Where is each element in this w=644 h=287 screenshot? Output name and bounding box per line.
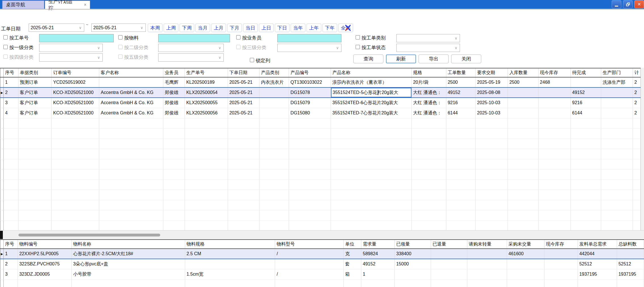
column-header-8[interactable]: 已退量 bbox=[431, 240, 467, 249]
cell[interactable]: KCO-XD250521000 bbox=[52, 108, 99, 118]
cell[interactable]: 客户订单 bbox=[18, 98, 52, 108]
empty-cell[interactable] bbox=[3, 179, 18, 190]
quick-link-下年[interactable]: 下年 bbox=[322, 24, 337, 32]
empty-cell[interactable] bbox=[3, 169, 18, 179]
empty-cell[interactable] bbox=[289, 159, 331, 169]
cell[interactable]: 2 bbox=[633, 98, 640, 108]
salesman-input[interactable] bbox=[277, 34, 341, 42]
empty-cell[interactable] bbox=[259, 190, 289, 200]
chevron-down-icon[interactable]: ∨ bbox=[217, 55, 222, 60]
filter-label[interactable]: 按工单状态 bbox=[362, 44, 386, 51]
column-header-6[interactable]: 需求量 bbox=[361, 240, 395, 249]
empty-cell[interactable] bbox=[163, 159, 185, 169]
cell[interactable]: KLX202500056 bbox=[185, 108, 228, 118]
cell[interactable] bbox=[601, 108, 633, 118]
cell[interactable] bbox=[508, 87, 539, 98]
empty-cell[interactable] bbox=[601, 159, 633, 169]
empty-cell[interactable] bbox=[446, 210, 476, 220]
empty-cell[interactable] bbox=[289, 139, 331, 149]
checkbox-by-salesman[interactable] bbox=[236, 35, 240, 39]
empty-cell[interactable] bbox=[185, 149, 228, 159]
quick-link-下周[interactable]: 下周 bbox=[180, 24, 194, 32]
empty-cell[interactable] bbox=[633, 159, 640, 169]
quick-link-当年[interactable]: 当年 bbox=[291, 24, 305, 32]
column-header-3[interactable]: 客户名称 bbox=[99, 68, 163, 77]
empty-cell[interactable] bbox=[633, 179, 640, 190]
empty-cell[interactable] bbox=[476, 200, 508, 210]
empty-cell[interactable] bbox=[163, 169, 185, 179]
empty-cell[interactable] bbox=[18, 139, 52, 149]
cell[interactable]: 338400 bbox=[395, 249, 431, 259]
cell[interactable]: KCO-XD250521000 bbox=[52, 87, 99, 98]
cell[interactable]: 9216 bbox=[446, 98, 476, 108]
cell[interactable] bbox=[571, 77, 601, 87]
empty-cell[interactable] bbox=[446, 128, 476, 139]
cell[interactable]: QT1300103022 bbox=[289, 77, 331, 87]
quick-link-上周[interactable]: 上周 bbox=[164, 24, 178, 32]
chevron-down-icon[interactable]: ∨ bbox=[78, 25, 83, 30]
close-page-button[interactable]: 关闭 bbox=[451, 55, 481, 63]
empty-cell[interactable] bbox=[185, 139, 228, 149]
empty-cell[interactable] bbox=[431, 279, 467, 287]
material-input[interactable] bbox=[158, 34, 230, 42]
cell[interactable]: 2.5 CM bbox=[185, 249, 275, 259]
empty-cell[interactable] bbox=[633, 210, 640, 220]
empty-cell[interactable] bbox=[185, 159, 228, 169]
empty-cell[interactable] bbox=[446, 159, 476, 169]
empty-cell[interactable] bbox=[289, 200, 331, 210]
empty-cell[interactable] bbox=[52, 190, 99, 200]
empty-cell[interactable] bbox=[571, 190, 601, 200]
cell[interactable]: 大红 潘通色： bbox=[411, 87, 446, 98]
empty-cell[interactable] bbox=[476, 128, 508, 139]
cell[interactable]: 589824 bbox=[361, 249, 395, 259]
cell[interactable] bbox=[185, 259, 275, 269]
empty-cell[interactable] bbox=[259, 118, 289, 128]
empty-cell[interactable] bbox=[507, 279, 544, 287]
empty-cell[interactable] bbox=[633, 128, 640, 139]
empty-cell[interactable] bbox=[508, 149, 539, 159]
cell[interactable]: 毛鹰辉 bbox=[163, 77, 185, 87]
column-header-11[interactable]: 工单数量 bbox=[446, 68, 476, 77]
cell[interactable]: 3551524TED-7心形花片20g装大 bbox=[331, 108, 412, 118]
chevron-down-icon[interactable]: ∨ bbox=[96, 45, 101, 51]
cell[interactable] bbox=[507, 269, 544, 279]
cell[interactable] bbox=[538, 108, 571, 118]
filter-label[interactable]: 按工单号 bbox=[9, 35, 29, 41]
empty-cell[interactable] bbox=[52, 139, 99, 149]
column-header-4[interactable]: 物料型号 bbox=[275, 240, 344, 249]
cell[interactable]: 2468 bbox=[538, 77, 571, 87]
cell[interactable]: 2500 bbox=[446, 77, 476, 87]
cell[interactable]: 洗涤生产部 bbox=[601, 77, 633, 87]
empty-cell[interactable] bbox=[289, 128, 331, 139]
category-4-select[interactable]: ∨ bbox=[39, 53, 103, 62]
empty-cell[interactable] bbox=[571, 200, 601, 210]
quick-link-下日[interactable]: 下日 bbox=[275, 24, 290, 32]
empty-cell[interactable] bbox=[571, 210, 601, 220]
category-1-select[interactable]: ∨ bbox=[39, 44, 103, 52]
cell[interactable]: Accentra GmbH & Co. KG bbox=[99, 98, 163, 108]
empty-cell[interactable] bbox=[3, 279, 18, 287]
empty-cell[interactable] bbox=[18, 190, 52, 200]
cell[interactable]: 2025-05-21 bbox=[228, 87, 259, 98]
column-header-9[interactable]: 产品名称 bbox=[331, 68, 412, 77]
empty-cell[interactable] bbox=[331, 128, 412, 139]
empty-cell[interactable] bbox=[571, 139, 601, 149]
chevron-down-icon[interactable]: ∨ bbox=[335, 45, 340, 51]
empty-cell[interactable] bbox=[411, 200, 446, 210]
tab-close-icon[interactable]: × bbox=[84, 2, 86, 7]
column-header-12[interactable]: 要求交期 bbox=[476, 68, 508, 77]
empty-cell[interactable] bbox=[476, 149, 508, 159]
cell[interactable]: 2025-05-21 bbox=[228, 77, 259, 87]
empty-cell[interactable] bbox=[601, 139, 633, 149]
column-header-8[interactable]: 产品编号 bbox=[289, 68, 331, 77]
cell[interactable]: KLX202500054 bbox=[185, 87, 228, 98]
cell[interactable] bbox=[601, 87, 633, 98]
column-header-5[interactable]: 生产单号 bbox=[185, 68, 228, 77]
cell[interactable]: 49152 bbox=[446, 87, 476, 98]
column-header-13[interactable]: 总缺料数 bbox=[617, 240, 644, 249]
cell[interactable]: Accentra GmbH & Co. KG bbox=[99, 108, 163, 118]
cell[interactable]: KL202500189 bbox=[185, 77, 228, 87]
chevron-down-icon[interactable]: ∨ bbox=[217, 45, 222, 51]
cell[interactable]: 箱 bbox=[344, 269, 361, 279]
empty-cell[interactable] bbox=[99, 159, 163, 169]
